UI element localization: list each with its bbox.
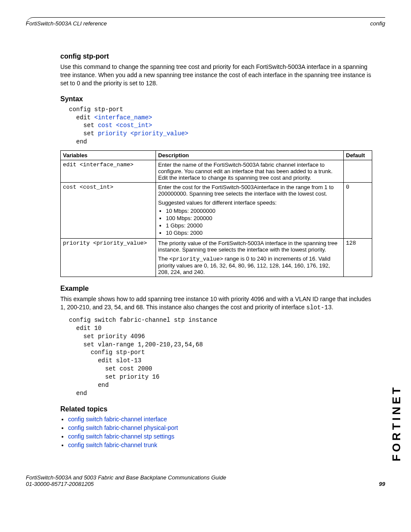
- page-footer: FortiSwitch-5003A and 5003 Fabric and Ba…: [26, 474, 385, 487]
- related-topics-list: config switch fabric-channel interface c…: [60, 416, 372, 448]
- section-title-config-stp-port: config stp-port: [60, 53, 372, 60]
- page-number: 99: [379, 481, 385, 487]
- page-header: FortiSwitch-5003A CLI reference config: [26, 17, 385, 27]
- col-header-default: Default: [344, 151, 372, 160]
- footer-title: FortiSwitch-5003A and 5003 Fabric and Ba…: [26, 474, 226, 481]
- fortinet-logo: FORTINET: [390, 385, 403, 461]
- table-row: cost <cost_int> Enter the cost for the F…: [61, 183, 372, 239]
- section-intro: Use this command to change the spanning …: [60, 63, 372, 87]
- related-link-physical-port[interactable]: config switch fabric-channel physical-po…: [68, 424, 178, 431]
- header-left: FortiSwitch-5003A CLI reference: [26, 20, 107, 27]
- related-topics-heading: Related topics: [60, 405, 372, 413]
- example-heading: Example: [60, 285, 372, 292]
- header-right: config: [370, 20, 385, 27]
- related-link-trunk[interactable]: config switch fabric-channel trunk: [68, 442, 157, 448]
- table-header-row: Variables Description Default: [61, 151, 372, 160]
- col-header-description: Description: [156, 151, 344, 160]
- related-link-stp-settings[interactable]: config switch fabric-channel stp setting…: [68, 433, 174, 440]
- table-row: edit <interface_name> Enter the name of …: [61, 160, 372, 183]
- example-code-block: config switch fabric-channel stp instanc…: [69, 316, 372, 398]
- variables-table: Variables Description Default edit <inte…: [60, 150, 372, 277]
- example-intro: This example shows how to add spanning t…: [60, 295, 372, 312]
- page-content: config stp-port Use this command to chan…: [60, 53, 372, 448]
- table-row: priority <priority_value> The priority v…: [61, 239, 372, 277]
- syntax-block: config stp-port edit <interface_name> se…: [69, 106, 372, 146]
- col-header-variables: Variables: [61, 151, 156, 160]
- syntax-heading: Syntax: [60, 95, 372, 103]
- related-link-interface[interactable]: config switch fabric-channel interface: [68, 416, 167, 423]
- footer-docid: 01-30000-85717-20081205: [26, 481, 226, 487]
